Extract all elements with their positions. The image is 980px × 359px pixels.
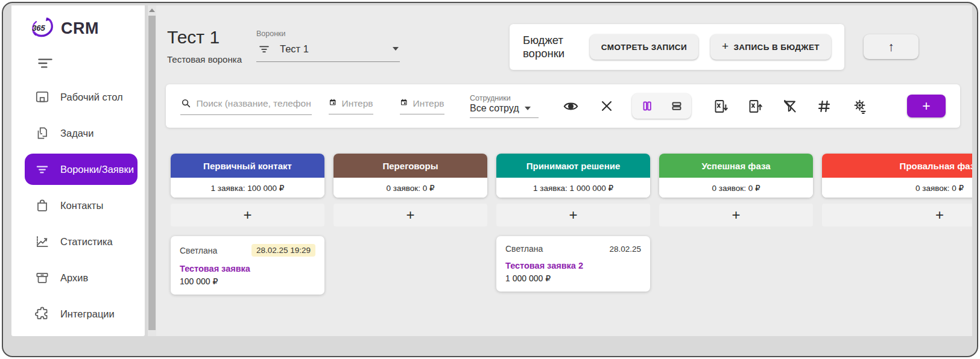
budget-title: Бюджет воронки	[523, 34, 578, 60]
arrow-up-icon: ↑	[888, 40, 894, 54]
column-count: 0 заявок: 0 ₽	[334, 178, 487, 198]
deal-card[interactable]: Светлана 28.02.25 Тестовая заявка 2 1 00…	[496, 236, 650, 292]
page-title: Тест 1	[167, 27, 220, 48]
add-deal-button[interactable]: +	[907, 95, 946, 117]
kanban-column-primary-contact: Первичный контакт 1 заявка: 100 000 ₽ + …	[171, 154, 324, 295]
deal-card[interactable]: Светлана 28.02.25 19:29 Тестовая заявка …	[171, 236, 324, 295]
tasks-icon	[34, 125, 50, 141]
column-count: 0 заявок: 0 ₽	[659, 178, 813, 198]
deal-title-link[interactable]: Тестовая заявка	[180, 264, 315, 273]
column-add-button[interactable]: +	[334, 204, 487, 226]
scrollbar-up-arrow[interactable]	[149, 8, 155, 12]
scrollbar-thumb[interactable]	[148, 16, 156, 330]
filter-off-icon[interactable]	[782, 98, 798, 114]
deal-datetime: 28.02.25	[609, 245, 641, 254]
close-icon[interactable]	[599, 99, 614, 113]
plus-icon: +	[569, 207, 577, 223]
view-records-button[interactable]: СМОТРЕТЬ ЗАПИСИ	[590, 34, 698, 60]
interval-from-input[interactable]	[341, 98, 373, 109]
column-title: Провальная фаза	[822, 154, 972, 178]
plus-icon: +	[406, 207, 414, 223]
sidebar-item-statistics[interactable]: Статистика	[11, 223, 145, 260]
sidebar-item-label: Архив	[60, 272, 88, 284]
hashtag-icon[interactable]	[816, 98, 832, 114]
search-input[interactable]	[196, 98, 312, 109]
chevron-down-icon	[393, 47, 399, 51]
employees-label: Сотрудники	[470, 94, 539, 102]
sidebar-item-tasks[interactable]: Задачи	[11, 115, 145, 151]
funnel-select-value: Тест 1	[280, 43, 384, 55]
sidebar-item-label: Рабочий стол	[60, 92, 123, 103]
budget-panel: Бюджет воронки СМОТРЕТЬ ЗАПИСИ + ЗАПИСЬ …	[510, 24, 844, 70]
excel-import-icon[interactable]	[747, 98, 763, 114]
plus-icon: +	[243, 207, 251, 223]
logo-365-swoosh-icon: 365	[30, 16, 56, 40]
desktop-icon	[34, 89, 50, 105]
page-subtitle: Тестовая воронка	[167, 54, 242, 64]
main-content: Тест 1 Тестовая воронка Воронки Тест 1 Б…	[156, 5, 972, 336]
column-title: Первичный контакт	[171, 154, 324, 178]
sidebar-item-contacts[interactable]: Контакты	[11, 187, 145, 223]
funnel-select-label: Воронки	[256, 30, 400, 38]
page-scrollbar	[148, 5, 156, 336]
sidebar-collapse-icon[interactable]	[37, 55, 54, 72]
search-field	[180, 98, 312, 115]
sidebar-item-label: Контакты	[60, 200, 103, 211]
brand-logo: 365 CRM	[30, 16, 99, 40]
columns-view-icon	[640, 99, 654, 113]
sidebar-item-funnels[interactable]: Воронки/Заявки	[25, 154, 138, 185]
deal-manager: Светлана	[505, 244, 543, 254]
calendar-icon	[400, 98, 408, 110]
kanban-view-toggle[interactable]	[632, 93, 662, 119]
deal-datetime: 28.02.25 19:29	[251, 244, 315, 257]
employees-value: Все сотруд	[470, 103, 519, 114]
column-title: Успешная фаза	[659, 154, 813, 178]
sidebar-item-label: Воронки/Заявки	[60, 164, 134, 175]
employees-select[interactable]: Сотрудники Все сотруд	[470, 94, 539, 118]
column-add-button[interactable]: +	[496, 204, 650, 226]
sidebar: 365 CRM Рабочий стол	[11, 5, 145, 336]
bag-icon	[34, 198, 50, 213]
deal-amount: 1 000 000 ₽	[505, 273, 641, 283]
sidebar-nav: Рабочий стол Задачи Воронки/Заявки	[11, 79, 145, 332]
interval-to-input[interactable]	[413, 98, 444, 109]
deal-manager: Светлана	[180, 246, 217, 255]
sidebar-item-label: Интеграции	[60, 308, 115, 320]
sidebar-item-integrations[interactable]: Интеграции	[11, 296, 145, 332]
plus-icon: +	[935, 207, 944, 223]
archive-icon	[34, 270, 50, 286]
sidebar-item-archive[interactable]: Архив	[11, 260, 145, 296]
funnel-select[interactable]: Воронки Тест 1	[256, 30, 400, 62]
brand-name: CRM	[61, 19, 99, 38]
column-count: 1 заявка: 100 000 ₽	[171, 178, 324, 198]
column-title: Принимают решение	[496, 154, 650, 178]
chart-icon	[34, 234, 50, 249]
deal-amount: 100 000 ₽	[180, 276, 315, 286]
calendar-icon	[329, 98, 337, 110]
list-view-toggle[interactable]	[662, 93, 691, 119]
sidebar-item-desktop[interactable]: Рабочий стол	[11, 79, 145, 115]
app-window: 365 CRM Рабочий стол	[2, 2, 978, 357]
interval-from-field	[329, 98, 373, 114]
column-add-button[interactable]: +	[659, 204, 813, 226]
kanban-column-decision: Принимают решение 1 заявка: 1 000 000 ₽ …	[496, 154, 650, 295]
puzzle-icon	[34, 306, 50, 322]
settings-filter-icon[interactable]	[852, 98, 868, 114]
deal-title-link[interactable]: Тестовая заявка 2	[505, 261, 641, 270]
sidebar-item-label: Задачи	[60, 128, 93, 139]
funnel-icon	[34, 161, 50, 177]
search-icon	[180, 98, 191, 110]
column-add-button[interactable]: +	[822, 204, 972, 226]
column-count: 1 заявка: 1 000 000 ₽	[496, 178, 650, 198]
column-add-button[interactable]: +	[171, 204, 324, 226]
eye-icon[interactable]	[563, 98, 579, 114]
excel-export-icon[interactable]	[713, 98, 729, 114]
sidebar-item-label: Статистика	[60, 236, 113, 248]
interval-to-field	[400, 98, 444, 114]
rows-view-icon	[669, 99, 684, 113]
filter-toolbar: Сотрудники Все сотруд	[166, 84, 960, 128]
plus-icon: +	[922, 98, 930, 114]
svg-text:365: 365	[32, 23, 45, 33]
add-budget-record-button[interactable]: + ЗАПИСЬ В БЮДЖЕТ	[710, 34, 831, 60]
scroll-to-top-button[interactable]: ↑	[864, 34, 918, 59]
